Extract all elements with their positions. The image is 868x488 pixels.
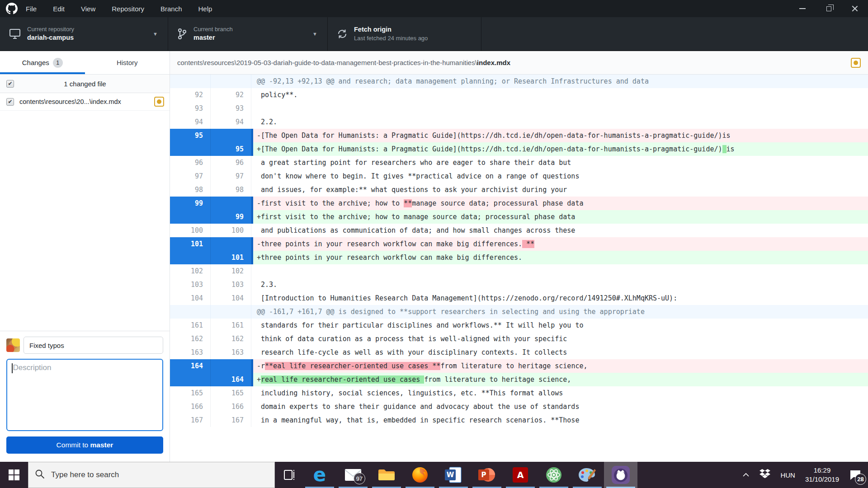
diff-row-context[interactable]: 9797 don't know where to begin. It gives… — [170, 169, 868, 183]
menu-edit[interactable]: Edit — [53, 5, 65, 13]
diff-row-hunk[interactable]: @@ -92,13 +92,13 @@ and research; data m… — [170, 75, 868, 88]
menu-branch[interactable]: Branch — [160, 5, 182, 13]
sidebar-tabs: Changes 1 History — [0, 51, 170, 75]
diff-row-context[interactable]: 103103 2.3. — [170, 278, 868, 291]
menu-repository[interactable]: Repository — [112, 5, 144, 13]
file-explorer-icon — [378, 468, 395, 482]
diff-row-added[interactable]: 164+real life researcher-oriented use ca… — [170, 373, 868, 386]
task-view-button[interactable] — [275, 462, 303, 488]
tab-changes[interactable]: Changes 1 — [0, 51, 85, 74]
current-branch-selector[interactable]: Current branch master ▼ — [168, 17, 328, 51]
current-repository-selector[interactable]: Current repository dariah-campus ▼ — [0, 17, 168, 51]
windows-logo-icon — [9, 469, 19, 480]
diff-row-context[interactable]: 102102 — [170, 264, 868, 278]
tab-history-label: History — [117, 59, 138, 66]
modified-status-icon — [154, 97, 164, 107]
diff-row-removed[interactable]: 164-r**eal life researcher-oriented use … — [170, 359, 868, 373]
minimize-button[interactable] — [789, 0, 816, 17]
taskbar-app-mail[interactable]: 97 — [336, 462, 370, 488]
commit-button[interactable]: Commit to master — [6, 436, 163, 454]
diff-row-added[interactable]: 95+[The Open Data for Humanists: a Pragm… — [170, 142, 868, 156]
dropbox-icon[interactable] — [760, 469, 770, 481]
diff-row-context[interactable]: 162162 think of data curation as a proce… — [170, 332, 868, 346]
diff-row-context[interactable]: 167167 in a meaningful way, that is, emb… — [170, 413, 868, 427]
diff-row-hunk[interactable]: @@ -161,7 +161,7 @@ is designed to **sup… — [170, 305, 868, 319]
unread-count-badge: 97 — [354, 473, 365, 484]
language-indicator[interactable]: HUN — [780, 471, 795, 479]
chevron-down-icon: ▼ — [153, 31, 161, 37]
menu-help[interactable]: Help — [198, 5, 212, 13]
powerpoint-icon: P — [478, 467, 495, 483]
close-button[interactable] — [842, 0, 868, 17]
search-icon — [35, 469, 45, 481]
taskbar-app-powerpoint[interactable]: P — [470, 462, 504, 488]
repository-name: dariah-campus — [27, 33, 74, 42]
fetch-label: Fetch origin — [354, 25, 428, 34]
atom-icon — [545, 466, 562, 483]
file-list-empty-area — [0, 111, 170, 331]
diff-view: @@ -92,13 +92,13 @@ and research; data m… — [170, 75, 868, 462]
start-button[interactable] — [0, 462, 28, 488]
menu-bar: FileEditViewRepositoryBranchHelp — [26, 5, 212, 13]
svg-text:W: W — [447, 471, 454, 479]
menu-file[interactable]: File — [26, 5, 37, 13]
tray-chevron-up-icon[interactable] — [742, 471, 750, 479]
diff-file-path: contents\resources\2019-05-03-dariah-gui… — [177, 59, 510, 66]
title-bar: FileEditViewRepositoryBranchHelp — [0, 0, 868, 17]
branch-icon — [177, 28, 187, 40]
repository-label: Current repository — [27, 25, 74, 33]
file-checkbox[interactable]: ✔ — [6, 98, 14, 106]
taskbar-app-paint[interactable] — [571, 462, 604, 488]
toolbar: Current repository dariah-campus ▼ Curre… — [0, 17, 868, 51]
diff-row-context[interactable]: 165165 including history, social science… — [170, 386, 868, 400]
diff-row-context[interactable]: 166166 domain experts to share their gui… — [170, 400, 868, 413]
diff-row-added[interactable]: 101+three points in your research workfl… — [170, 251, 868, 264]
taskbar-search-input[interactable]: Type here to search — [28, 462, 275, 488]
taskbar-app-word[interactable]: W — [437, 462, 470, 488]
diff-row-context[interactable]: 9898 and issues, for example:** what que… — [170, 183, 868, 197]
diff-row-context[interactable]: 163163 research life-cycle as well as wi… — [170, 346, 868, 359]
tab-history[interactable]: History — [85, 51, 170, 74]
diff-row-context[interactable]: 100100 and publications as communication… — [170, 224, 868, 237]
taskbar-app-acrobat[interactable]: A — [504, 462, 537, 488]
word-icon: W — [445, 467, 462, 483]
taskbar-app-file-explorer[interactable] — [370, 462, 403, 488]
diff-panel: contents\resources\2019-05-03-dariah-gui… — [170, 51, 868, 462]
commit-description-input[interactable]: Description — [6, 359, 163, 431]
taskbar-app-atom[interactable] — [537, 462, 571, 488]
diff-file-header: contents\resources\2019-05-03-dariah-gui… — [170, 51, 868, 75]
taskbar-app-edge[interactable]: e — [303, 462, 336, 488]
taskbar-clock[interactable]: 16:29 31/10/2019 — [805, 466, 839, 484]
action-center-button[interactable]: 28 — [849, 469, 862, 481]
search-placeholder: Type here to search — [51, 470, 119, 479]
restore-button[interactable] — [816, 0, 842, 17]
diff-row-added[interactable]: 99+first visit to the archive; how to ma… — [170, 210, 868, 224]
github-desktop-icon — [612, 466, 630, 484]
description-placeholder: Description — [13, 363, 52, 372]
restore-icon — [826, 6, 831, 11]
fetch-origin-button[interactable]: Fetch origin Last fetched 24 minutes ago — [328, 17, 481, 51]
notification-count-badge: 28 — [855, 474, 866, 485]
changed-file-row[interactable]: ✔ contents\resources\20...\index.mdx — [0, 93, 170, 111]
diff-row-context[interactable]: 9494 2.2. — [170, 115, 868, 129]
menu-view[interactable]: View — [81, 5, 95, 13]
fetch-sublabel: Last fetched 24 minutes ago — [354, 34, 428, 42]
diff-row-removed[interactable]: 99-first visit to the archive; how to **… — [170, 197, 868, 210]
github-logo-icon — [6, 3, 18, 14]
taskbar-app-firefox[interactable] — [403, 462, 437, 488]
diff-row-context[interactable]: 9393 — [170, 102, 868, 115]
svg-text:A: A — [517, 470, 524, 480]
diff-row-context[interactable]: 161161 standards for their particular di… — [170, 319, 868, 332]
diff-row-removed[interactable]: 101-three points in your research workfl… — [170, 237, 868, 251]
diff-row-context[interactable]: 9696 a great starting point for research… — [170, 156, 868, 169]
modified-status-icon — [851, 58, 861, 68]
close-icon — [851, 5, 859, 12]
taskbar-app-github-desktop[interactable] — [604, 462, 637, 488]
select-all-checkbox[interactable]: ✔ — [6, 80, 14, 88]
svg-text:P: P — [481, 471, 486, 479]
diff-row-removed[interactable]: 95-[The Open Data for Humanists: a Pragm… — [170, 129, 868, 142]
commit-summary-input[interactable] — [24, 337, 163, 354]
paint-icon — [578, 467, 596, 483]
diff-row-context[interactable]: 104104 [Introduction to Humanities Resea… — [170, 291, 868, 305]
diff-row-context[interactable]: 9292 policy**. — [170, 88, 868, 102]
